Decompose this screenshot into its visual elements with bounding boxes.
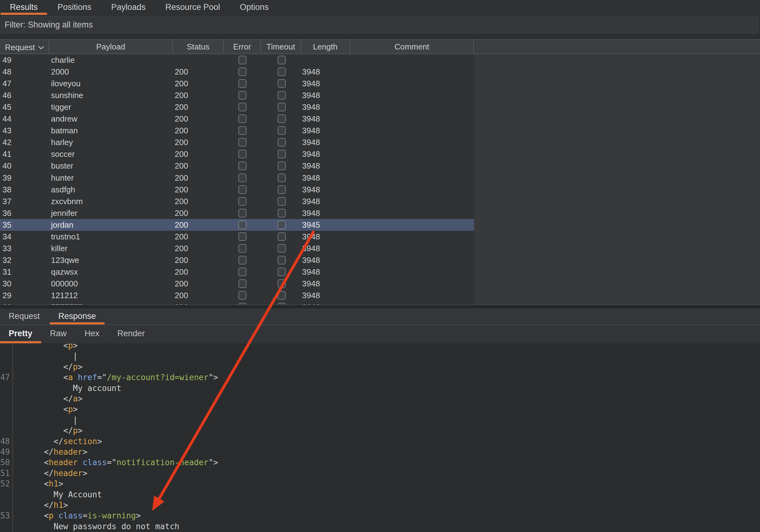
panel-splitter[interactable] bbox=[0, 305, 760, 309]
table-row[interactable]: 32123qwe2003948 bbox=[0, 254, 474, 266]
timeout-checkbox[interactable] bbox=[278, 220, 286, 229]
error-checkbox[interactable] bbox=[238, 162, 246, 170]
tab-resource-pool[interactable]: Resource Pool bbox=[156, 0, 230, 16]
response-editor[interactable]: 47484950515253 <p> | </p> <a href="/my-a… bbox=[0, 343, 760, 532]
error-checkbox[interactable] bbox=[238, 220, 246, 229]
timeout-checkbox[interactable] bbox=[278, 256, 286, 265]
table-row[interactable]: 41soccer2003948 bbox=[0, 148, 474, 160]
error-checkbox[interactable] bbox=[238, 291, 246, 300]
tab-results[interactable]: Results bbox=[0, 0, 48, 16]
timeout-checkbox[interactable] bbox=[278, 138, 286, 147]
timeout-checkbox[interactable] bbox=[278, 173, 286, 182]
table-row[interactable]: 38asdfgh2003948 bbox=[0, 184, 474, 195]
timeout-checkbox[interactable] bbox=[278, 126, 286, 135]
tab-pretty[interactable]: Pretty bbox=[0, 326, 41, 343]
error-checkbox[interactable] bbox=[238, 173, 246, 182]
error-checkbox[interactable] bbox=[238, 79, 246, 88]
table-row[interactable]: 40buster2003948 bbox=[0, 160, 474, 172]
column-separator[interactable] bbox=[172, 40, 173, 54]
error-checkbox[interactable] bbox=[238, 279, 246, 288]
table-row[interactable]: 43batman2003948 bbox=[0, 125, 474, 136]
error-checkbox[interactable] bbox=[238, 232, 246, 241]
error-checkbox[interactable] bbox=[238, 267, 246, 276]
error-checkbox[interactable] bbox=[238, 185, 246, 194]
timeout-checkbox[interactable] bbox=[278, 267, 286, 276]
tab-hex[interactable]: Hex bbox=[76, 326, 109, 343]
filter-bar[interactable]: Filter: Showing all items bbox=[1, 17, 758, 33]
error-checkbox[interactable] bbox=[238, 115, 246, 123]
column-header-length[interactable]: Length bbox=[301, 40, 350, 54]
timeout-checkbox[interactable] bbox=[278, 209, 286, 218]
column-header-status[interactable]: Status bbox=[172, 40, 223, 54]
cell-payload: trustno1 bbox=[51, 231, 80, 242]
tab-payloads[interactable]: Payloads bbox=[101, 0, 156, 16]
table-row[interactable]: 44andrew2003948 bbox=[0, 113, 474, 125]
table-row[interactable]: 291212122003948 bbox=[0, 290, 474, 301]
timeout-checkbox[interactable] bbox=[278, 115, 286, 123]
table-row[interactable]: 300000002003948 bbox=[0, 278, 474, 290]
error-checkbox[interactable] bbox=[238, 209, 246, 218]
cell-request: 45 bbox=[2, 101, 12, 113]
timeout-checkbox[interactable] bbox=[278, 68, 286, 76]
table-row[interactable]: 49charlie bbox=[0, 54, 474, 66]
table-row[interactable]: 2877777772003948 bbox=[0, 301, 474, 305]
error-checkbox[interactable] bbox=[238, 150, 246, 158]
timeout-checkbox[interactable] bbox=[278, 232, 286, 241]
error-checkbox[interactable] bbox=[238, 103, 246, 111]
table-row[interactable]: 36jennifer2003948 bbox=[0, 207, 474, 219]
table-row[interactable]: 35jordan2003945 bbox=[0, 219, 474, 231]
column-separator[interactable] bbox=[301, 40, 301, 54]
timeout-checkbox[interactable] bbox=[278, 103, 286, 111]
error-checkbox[interactable] bbox=[238, 56, 246, 64]
column-header-request-label: Request bbox=[5, 43, 35, 52]
table-row[interactable]: 39hunter2003948 bbox=[0, 172, 474, 184]
error-checkbox[interactable] bbox=[238, 244, 246, 253]
code-line: <p> bbox=[15, 404, 78, 414]
timeout-checkbox[interactable] bbox=[278, 79, 286, 88]
tab-response[interactable]: Response bbox=[49, 309, 106, 324]
error-checkbox[interactable] bbox=[238, 126, 246, 135]
timeout-checkbox[interactable] bbox=[278, 150, 286, 158]
cell-length: 3948 bbox=[302, 254, 320, 266]
column-separator[interactable] bbox=[473, 40, 474, 54]
column-separator[interactable] bbox=[350, 40, 350, 54]
column-header-comment[interactable]: Comment bbox=[350, 40, 474, 54]
timeout-checkbox[interactable] bbox=[278, 197, 286, 206]
tab-raw[interactable]: Raw bbox=[41, 326, 76, 343]
timeout-checkbox[interactable] bbox=[278, 162, 286, 170]
table-row[interactable]: 46sunshine2003948 bbox=[0, 89, 474, 101]
timeout-checkbox[interactable] bbox=[278, 91, 286, 100]
timeout-checkbox[interactable] bbox=[278, 185, 286, 194]
column-header-error[interactable]: Error bbox=[223, 40, 261, 54]
tab-render[interactable]: Render bbox=[109, 326, 154, 343]
timeout-checkbox[interactable] bbox=[278, 244, 286, 253]
tab-options[interactable]: Options bbox=[230, 0, 279, 16]
error-checkbox[interactable] bbox=[238, 68, 246, 76]
cell-length: 3948 bbox=[302, 66, 320, 78]
tab-positions[interactable]: Positions bbox=[48, 0, 101, 16]
error-checkbox[interactable] bbox=[238, 138, 246, 147]
cell-status: 200 bbox=[175, 219, 188, 231]
timeout-checkbox[interactable] bbox=[278, 56, 286, 64]
table-row[interactable]: 4820002003948 bbox=[0, 66, 474, 78]
column-separator[interactable] bbox=[49, 40, 49, 54]
timeout-checkbox[interactable] bbox=[278, 291, 286, 300]
timeout-checkbox[interactable] bbox=[278, 279, 286, 288]
table-row[interactable]: 45tigger2003948 bbox=[0, 101, 474, 113]
column-separator[interactable] bbox=[261, 40, 261, 54]
table-row[interactable]: 37zxcvbnm2003948 bbox=[0, 195, 474, 207]
column-header-payload[interactable]: Payload bbox=[49, 40, 172, 54]
column-header-timeout[interactable]: Timeout bbox=[261, 40, 301, 54]
column-separator[interactable] bbox=[223, 40, 224, 54]
table-row[interactable]: 42harley2003948 bbox=[0, 136, 474, 148]
table-row[interactable]: 34trustno12003948 bbox=[0, 231, 474, 242]
table-row[interactable]: 33killer2003948 bbox=[0, 242, 474, 254]
error-checkbox[interactable] bbox=[238, 91, 246, 100]
table-row[interactable]: 31qazwsx2003948 bbox=[0, 266, 474, 278]
line-number: 47 bbox=[0, 372, 10, 383]
error-checkbox[interactable] bbox=[238, 197, 246, 206]
column-header-request[interactable]: Request bbox=[5, 40, 44, 54]
error-checkbox[interactable] bbox=[238, 256, 246, 265]
tab-request[interactable]: Request bbox=[0, 309, 49, 324]
table-row[interactable]: 47iloveyou2003948 bbox=[0, 78, 474, 89]
